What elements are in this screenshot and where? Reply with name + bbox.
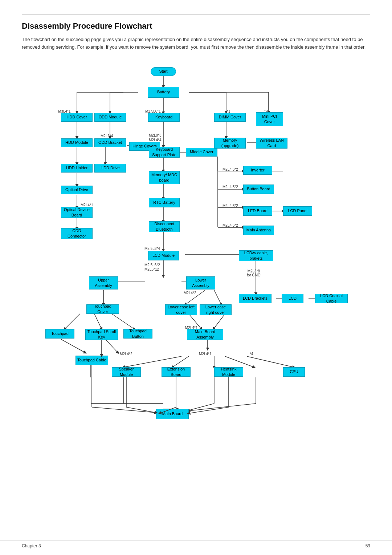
touchpad-cable-node: Touchpad Cable <box>75 356 108 365</box>
mini-pci-node: Mini PCI Cover <box>256 112 283 126</box>
svg-line-67 <box>189 404 256 411</box>
odd-module-node: ODD Module <box>94 113 126 122</box>
memory-mdc-node: Memory/ MDC board <box>149 171 180 184</box>
touchpad-scroll-node: Touchpad Scroll Key <box>85 329 118 340</box>
main-board-assembly-node: Main Board Assembly <box>187 329 223 340</box>
hdd-holder-node: HDD Holder <box>61 164 93 173</box>
label-m2l3-8-cmo: M2L3*8 for CMO <box>247 269 261 277</box>
odd-bracket-node: ODD Bracket <box>94 138 126 147</box>
svg-line-52 <box>213 314 225 329</box>
svg-line-47 <box>214 290 221 305</box>
lower-case-right-node: Lower case right cover <box>200 304 232 315</box>
svg-line-50 <box>112 314 134 329</box>
label-m25l5-4: M2.5L5*4 <box>144 247 160 251</box>
footer-page: 59 <box>366 543 370 548</box>
footer: Chapter 3 59 <box>0 540 392 548</box>
label-m2l45-2d: M2L4.5*2 <box>222 223 238 227</box>
svg-line-72 <box>126 407 156 413</box>
intro-text: The flowchart on the succeeding page giv… <box>22 36 370 51</box>
middle-cover-node: Middle Cover <box>186 148 217 157</box>
label-m2l4-2a: M2L4*2 <box>184 291 196 295</box>
disconnect-bt-node: Disconnect Bluetooth <box>149 221 180 232</box>
extension-board-node: Extension Board <box>162 367 191 377</box>
label-m25l6-2: M2.5L6*2 <box>144 263 160 267</box>
main-board-node: Main Board <box>156 409 189 419</box>
kb-support-node: Keyboard Support Plate <box>149 147 180 158</box>
main-antenna-node: Main Antenna <box>243 226 274 235</box>
hdd-drive-node: HDD Drive <box>94 164 126 173</box>
label-m2l4-2b: M2L4*2 <box>120 352 132 356</box>
label-m2l4-4: M2L4*4 <box>149 138 161 142</box>
page-title: Disassembly Procedure Flowchart <box>22 21 370 31</box>
touchpad-button-node: Touchpad Button <box>123 329 152 339</box>
lcd-coaxial-node: LCD Coaxial Cable <box>315 294 348 303</box>
memory-upgrade-node: Memory (upgrade) <box>214 138 246 149</box>
inverter-node: Inverter <box>243 166 272 175</box>
lcd-brackets-node: LCD Brackets <box>239 294 271 303</box>
arrows-svg <box>22 62 370 483</box>
led-board-node: LED Board <box>243 206 272 216</box>
svg-line-76 <box>189 407 229 413</box>
label-m2l6-12: M2L6*12 <box>144 267 159 271</box>
rtc-battery-node: RTC Battery <box>149 198 180 207</box>
label-star4: *4 <box>250 352 253 356</box>
svg-line-56 <box>123 356 181 367</box>
svg-line-70 <box>92 407 156 413</box>
lcd-cable-node: LCD/w cable, brakets <box>239 250 273 261</box>
touchpad-node: Touchpad <box>45 329 74 339</box>
label-m2l3-4: M2L3*4 <box>101 134 113 138</box>
optical-device-node: Optical Device Board <box>61 207 93 218</box>
button-board-node: Button Board <box>243 185 274 194</box>
svg-line-55 <box>105 339 118 353</box>
top-rule <box>22 15 370 15</box>
lower-assembly-node: Lower Assembly <box>186 276 215 289</box>
keyboard-node: Keyboard <box>148 113 180 122</box>
lcd-panel-node: LCD Panel <box>283 206 312 216</box>
odd-connector-node: ODD Connector <box>61 228 93 239</box>
label-m2l8-3: M2L8*3 <box>149 133 161 137</box>
label-m2l4-1c: M2L4*1 <box>199 352 211 356</box>
cpu-node: CPU <box>283 367 305 377</box>
start-node: Start <box>151 67 176 76</box>
svg-line-54 <box>61 339 85 353</box>
label-m2l45-2a: M2L4.5*2 <box>222 167 238 171</box>
label-m2l45-2c: M2L4.5*2 <box>222 204 238 208</box>
svg-line-60 <box>247 356 294 367</box>
heatsink-module-node: Heatsink Module <box>214 367 243 377</box>
hdd-cover-node: HDD Cover <box>61 113 93 122</box>
optical-drive-node: Optical Drive <box>61 186 93 194</box>
label-m2l45-2b: M2L4.5*2 <box>222 185 238 189</box>
upper-assembly-node: Upper Assembly <box>89 276 118 289</box>
speaker-module-node: Speaker Module <box>112 367 141 377</box>
lower-case-left-node: Lower case left cover <box>165 304 197 315</box>
footer-chapter: Chapter 3 <box>22 543 41 548</box>
touchpad-cover-node: Touchpad Cover <box>86 304 119 314</box>
label-m2l4-2-odd: M2L4*1 <box>81 203 93 207</box>
wireless-lan-node: Wireless LAN Card <box>256 138 287 149</box>
flowchart: Start Battery M3L4*1 M2.5L6*1 *1 *2 HDD … <box>22 62 370 483</box>
dimm-cover-node: DIMM Cover <box>214 113 246 122</box>
lcd-node: LCD <box>282 294 303 303</box>
battery-node: Battery <box>148 87 179 98</box>
svg-line-59 <box>225 356 254 367</box>
svg-line-65 <box>187 404 214 411</box>
svg-line-49 <box>94 314 102 329</box>
lcd-module-node: LCD Module <box>148 251 179 260</box>
svg-line-57 <box>172 356 189 367</box>
svg-line-48 <box>65 314 80 329</box>
hdd-module-node: HDD Module <box>61 138 93 147</box>
